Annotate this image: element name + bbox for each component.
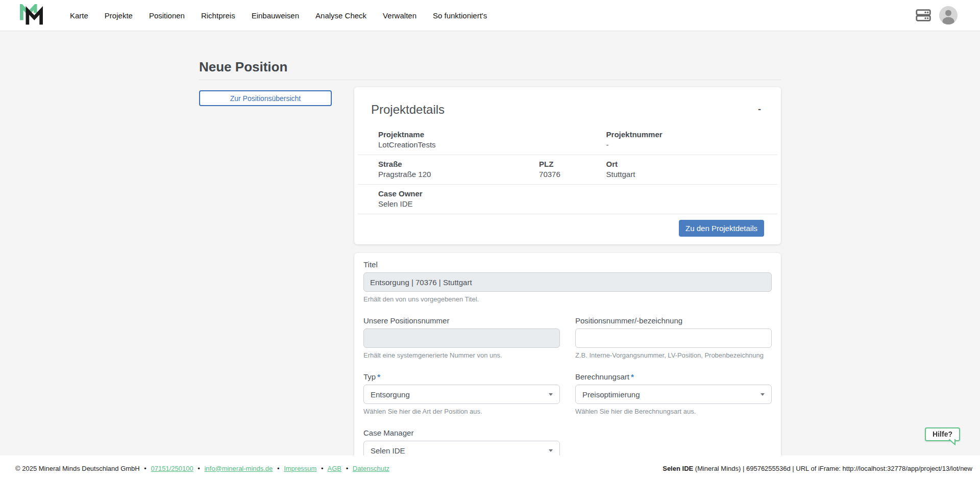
strasse-value: Pragstraße 120 [378,170,539,179]
footer-link-email[interactable]: info@mineral-minds.de [204,465,273,472]
mineral-minds-logo-icon[interactable] [19,4,43,27]
case-manager-label: Case Manager [363,428,560,437]
unsere-positionsnummer-helper-text: Erhält eine systemgenerierte Nummer von … [363,351,560,359]
titel-input[interactable] [363,272,772,292]
nav-item-karte[interactable]: Karte [70,11,88,20]
back-to-positions-button[interactable]: Zur Positionsübersicht [199,90,332,106]
plz-label: PLZ [539,160,606,168]
main-content: Neue Position Zur Positionsübersicht Pro… [0,31,980,455]
session-details: (Mineral Minds) | 69576255536d | URL of … [693,465,972,472]
nav-item-richtpreis[interactable]: Richtpreis [201,11,235,20]
typ-select-value: Entsorgung [371,390,410,399]
table-row: Straße Pragstraße 120 PLZ 70376 Ort Stut… [358,155,777,184]
table-row: Case Owner Selen IDE [358,184,777,214]
project-details-card: Projektdetails - Projektname LotCreation… [354,87,781,244]
footer-left: © 2025 Mineral Minds Deutschland GmbH • … [15,465,389,472]
user-avatar-icon[interactable] [939,6,958,24]
unsere-positionsnummer-label: Unsere Positionsnummer [363,316,560,325]
positionsnummer-helper-text: Z.B. Interne-Vorgangsnummer, LV-Position… [575,351,772,359]
footer-link-phone[interactable]: 07151/250100 [151,465,193,472]
plz-value: 70376 [539,170,606,179]
typ-helper-text: Wählen Sie hier die Art der Position aus… [363,408,560,415]
titel-helper-text: Erhält den von uns vorgegebenen Titel. [363,295,772,303]
required-asterisk: * [377,372,380,381]
new-position-form-card: Titel Erhält den von uns vorgegebenen Ti… [354,253,781,455]
top-navbar: Karte Projekte Positionen Richtpreis Ein… [0,0,980,31]
case-owner-value: Selen IDE [378,199,606,208]
chevron-down-icon [549,393,553,396]
chevron-down-icon [761,393,765,396]
positionsnummer-label: Positionsnummer/-bezeichnung [575,316,772,325]
case-owner-label: Case Owner [378,189,606,198]
footer-link-datenschutz[interactable]: Datenschutz [353,465,389,472]
projektnummer-value: - [606,140,777,149]
footer-session-info: Selen IDE (Mineral Minds) | 69576255536d… [663,465,972,472]
navbar-right [916,6,958,24]
projektname-value: LotCreationTests [378,140,606,149]
nav-item-so-funktionierts[interactable]: So funktioniert's [433,11,487,20]
nav-item-einbauweisen[interactable]: Einbauweisen [252,11,299,20]
ort-value: Stuttgart [606,170,777,179]
positionsnummer-input[interactable] [575,328,772,348]
go-to-project-details-button[interactable]: Zu den Projektdetails [679,220,764,237]
titel-label: Titel [363,260,772,269]
typ-label: Typ* [363,372,560,381]
projektnummer-label: Projektnummer [606,130,777,139]
main-nav: Karte Projekte Positionen Richtpreis Ein… [70,11,487,20]
case-manager-select[interactable]: Selen IDE [363,441,560,455]
chevron-down-icon [549,449,553,452]
help-button[interactable]: Hilfe? [925,427,960,441]
session-user: Selen IDE [663,465,693,472]
typ-select[interactable]: Entsorgung [363,385,560,404]
project-card-title: Projektdetails [371,103,445,117]
projektname-label: Projektname [378,130,606,139]
footer: © 2025 Mineral Minds Deutschland GmbH • … [0,455,980,481]
server-icon[interactable] [916,9,931,22]
unsere-positionsnummer-input[interactable] [363,328,560,348]
berechnungsart-select[interactable]: Preisoptimierung [575,385,772,404]
berechnungsart-helper-text: Wählen Sie hier die Berechnungsart aus. [575,408,772,415]
collapse-minus-icon[interactable]: - [755,103,764,116]
nav-item-analyse-check[interactable]: Analyse Check [315,11,366,20]
project-details-table: Projektname LotCreationTests Projektnumm… [358,125,777,214]
table-row: Projektname LotCreationTests Projektnumm… [358,125,777,155]
nav-item-verwalten[interactable]: Verwalten [383,11,416,20]
nav-item-positionen[interactable]: Positionen [149,11,185,20]
page-title: Neue Position [199,59,781,75]
footer-link-agb[interactable]: AGB [328,465,341,472]
speech-bubble-tail [949,439,956,445]
berechnungsart-select-value: Preisoptimierung [582,390,640,399]
ort-label: Ort [606,160,777,168]
footer-link-impressum[interactable]: Impressum [284,465,316,472]
required-asterisk: * [631,372,634,381]
copyright-text: © 2025 Mineral Minds Deutschland GmbH [15,465,140,472]
nav-item-projekte[interactable]: Projekte [105,11,133,20]
case-manager-select-value: Selen IDE [371,446,405,455]
strasse-label: Straße [378,160,539,168]
berechnungsart-label: Berechnungsart* [575,372,772,381]
title-divider [199,80,781,80]
